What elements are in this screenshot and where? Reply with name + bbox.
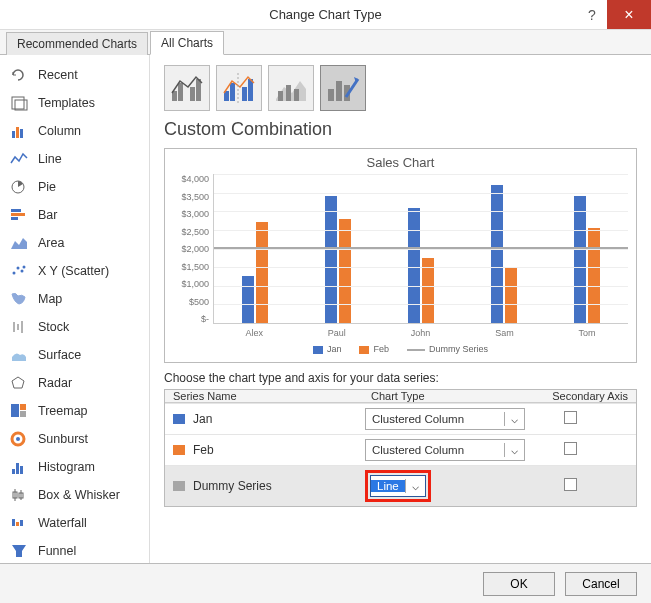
sidebar-item-label: Radar [38,376,72,390]
histogram-icon [10,459,28,475]
bar-jan [408,208,420,323]
series-color-swatch [173,445,185,455]
chart-type-dropdown[interactable]: Line⌵ [370,475,426,497]
col-header-name: Series Name [165,390,365,402]
sidebar-item-surface[interactable]: Surface [0,341,149,369]
series-row[interactable]: Dummy SeriesLine⌵ [165,465,636,506]
help-button[interactable]: ? [577,0,607,29]
sidebar-item-area[interactable]: Area [0,229,149,257]
tab-recommended[interactable]: Recommended Charts [6,32,148,55]
svg-rect-30 [16,522,19,526]
sidebar-item-label: Recent [38,68,78,82]
recent-icon [10,67,28,83]
legend-dummy: Dummy Series [429,344,488,354]
svg-rect-8 [11,217,18,220]
series-table: Series Name Chart Type Secondary Axis Ja… [164,389,637,507]
svg-rect-40 [230,83,235,101]
close-button[interactable]: × [607,0,651,29]
sidebar-item-boxwhisker[interactable]: Box & Whisker [0,481,149,509]
svg-marker-32 [12,545,26,557]
line-icon [10,151,28,167]
y-axis: $4,000$3,500$3,000$2,500$2,000$1,500$1,0… [173,174,213,324]
radar-icon [10,375,28,391]
map-icon [10,291,28,307]
sidebar-item-sunburst[interactable]: Sunburst [0,425,149,453]
svg-rect-29 [12,519,15,526]
sidebar-item-radar[interactable]: Radar [0,369,149,397]
tab-all-charts[interactable]: All Charts [150,31,224,55]
combo-subtype-2[interactable] [216,65,262,111]
sidebar-item-label: Box & Whisker [38,488,120,502]
sidebar-item-label: Sunburst [38,432,88,446]
bar-jan [242,276,254,323]
bar-jan [491,185,503,323]
series-instruction: Choose the chart type and axis for your … [164,371,637,385]
area-icon [10,235,28,251]
series-row[interactable]: FebClustered Column⌵ [165,434,636,465]
secondary-axis-checkbox[interactable] [564,411,577,424]
sidebar-item-column[interactable]: Column [0,117,149,145]
bar-icon [10,207,28,223]
combo-heading: Custom Combination [164,119,637,140]
sidebar-item-label: Templates [38,96,95,110]
svg-rect-48 [336,81,342,101]
sidebar-item-histogram[interactable]: Histogram [0,453,149,481]
svg-rect-44 [278,91,283,101]
combo-subtype-3[interactable] [268,65,314,111]
cancel-button[interactable]: Cancel [565,572,637,596]
svg-point-21 [16,437,20,441]
sidebar-item-label: Map [38,292,62,306]
sidebar-item-recent[interactable]: Recent [0,61,149,89]
sidebar-item-map[interactable]: Map [0,285,149,313]
sidebar-item-pie[interactable]: Pie [0,173,149,201]
surface-icon [10,347,28,363]
sidebar-item-label: Line [38,152,62,166]
templates-icon [10,95,28,111]
combo-subtype-row [164,65,637,111]
bar-feb [588,228,600,323]
funnel-icon [10,543,28,559]
svg-rect-19 [20,411,26,417]
combo-subtype-1[interactable] [164,65,210,111]
secondary-axis-checkbox[interactable] [564,442,577,455]
ok-button[interactable]: OK [483,572,555,596]
series-row[interactable]: JanClustered Column⌵ [165,403,636,434]
sidebar-item-templates[interactable]: Templates [0,89,149,117]
series-name-label: Feb [193,443,214,457]
chevron-down-icon: ⌵ [504,412,524,426]
bar-feb [505,267,517,323]
combo-subtype-custom[interactable] [320,65,366,111]
sidebar-item-label: Histogram [38,460,95,474]
bar-feb [339,219,351,323]
legend-jan: Jan [327,344,342,354]
sidebar-item-treemap[interactable]: Treemap [0,397,149,425]
sidebar-item-label: Area [38,236,64,250]
sidebar-item-line[interactable]: Line [0,145,149,173]
svg-rect-41 [242,87,247,101]
svg-rect-18 [20,404,26,410]
svg-rect-6 [11,209,21,212]
chevron-down-icon: ⌵ [405,479,425,493]
xy-icon [10,263,28,279]
dialog-footer: OK Cancel [0,563,651,603]
chart-type-dropdown[interactable]: Clustered Column⌵ [365,439,525,461]
svg-rect-17 [11,404,19,417]
plot-area [213,174,628,324]
chart-title: Sales Chart [173,155,628,170]
chart-preview[interactable]: Sales Chart $4,000$3,500$3,000$2,500$2,0… [164,148,637,363]
sidebar-item-stock[interactable]: Stock [0,313,149,341]
series-color-swatch [173,414,185,424]
sidebar-item-label: Bar [38,208,57,222]
svg-rect-37 [190,87,195,101]
sidebar-item-bar[interactable]: Bar [0,201,149,229]
sidebar-item-xy[interactable]: X Y (Scatter) [0,257,149,285]
x-axis-labels: AlexPaulJohnSamTom [213,328,628,338]
chart-type-dropdown[interactable]: Clustered Column⌵ [365,408,525,430]
treemap-icon [10,403,28,419]
sidebar-item-funnel[interactable]: Funnel [0,537,149,563]
secondary-axis-checkbox[interactable] [564,478,577,491]
svg-rect-36 [178,83,183,101]
svg-point-12 [23,266,26,269]
sidebar-item-waterfall[interactable]: Waterfall [0,509,149,537]
svg-marker-16 [12,377,24,388]
